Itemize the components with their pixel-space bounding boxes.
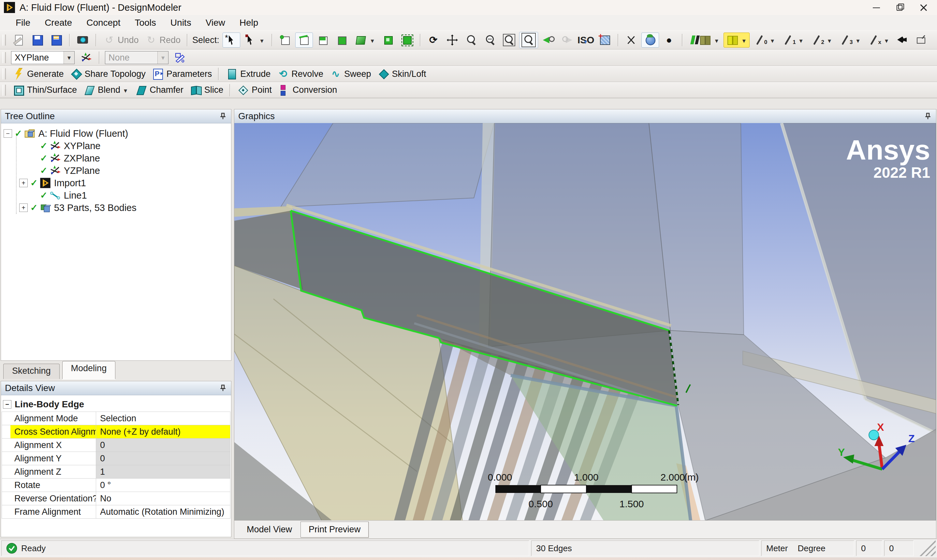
plane-axis-button[interactable] [77,50,95,65]
zoom-view-button[interactable] [463,32,480,48]
conversion-button[interactable]: Conversion [275,83,340,98]
menu-tools[interactable]: Tools [127,16,163,29]
details-row-label: Reverse Orientation? [11,492,96,505]
details-row-value[interactable]: 1 [96,465,230,478]
section-planes-button[interactable] [724,32,750,48]
3d-scene[interactable]: Ansys 2022 R1 0.000 1.000 2.000 (m) 0.50… [234,123,936,521]
parameters-button[interactable]: Parameters [149,66,215,82]
image-capture-button[interactable] [74,32,91,48]
details-row-value[interactable]: Automatic (Rotation Minimizing) [96,505,230,518]
pin-icon[interactable] [924,112,932,120]
filter-bodies-button[interactable] [333,32,351,48]
select-mode-button[interactable] [241,32,267,48]
expand-icon[interactable]: + [19,203,28,212]
expand-icon[interactable]: + [19,179,28,187]
minimize-button[interactable] [864,0,888,15]
chevron-down-icon [855,35,861,45]
details-row-value[interactable]: No [96,492,230,505]
new-document-button[interactable] [10,32,27,48]
redo-button[interactable]: Redo [142,32,183,48]
tree-item-53-parts-53-bodies[interactable]: +✓53 Parts, 53 Bodies [19,202,137,214]
tree-item-import1[interactable]: +✓Import1 [19,177,86,189]
share-topology-button[interactable]: Share Topology [68,66,148,82]
collapse-icon[interactable]: − [3,400,11,409]
pin-icon[interactable] [219,112,227,120]
zoom-in-button[interactable] [482,32,499,48]
menu-concept[interactable]: Concept [79,16,127,29]
tab-print-preview[interactable]: Print Preview [301,522,369,537]
collapse-icon[interactable]: − [3,129,12,138]
edge-joints-2-button[interactable]: 2 [808,32,835,48]
active-plane-combobox[interactable]: XYPlane [11,51,75,64]
tree-item-yzplane[interactable]: ✓YZPlane [30,165,100,177]
rotate-view-button[interactable] [425,32,442,48]
previous-view-button[interactable] [539,32,557,48]
filter-edges-button[interactable] [295,32,313,48]
display-model-button[interactable] [641,32,659,48]
export-button[interactable] [48,32,65,48]
revolve-button[interactable]: Revolve [274,66,326,82]
menu-file[interactable]: File [8,16,37,29]
chamfer-button[interactable]: Chamfer [132,83,186,98]
zoom-to-fit-button[interactable] [519,32,538,48]
extend-to-adjacent-button[interactable] [398,32,416,48]
details-row-value[interactable]: 0 [96,438,230,452]
pin-icon[interactable] [219,384,227,392]
chevron-down-icon[interactable] [63,51,74,64]
toolbar-modify: Thin/SurfaceBlendChamferSlicePointConver… [0,82,937,98]
point-button[interactable]: Point [234,83,274,98]
new-sketch-button[interactable] [171,50,189,65]
thin-surface-button[interactable]: Thin/Surface [10,83,79,98]
menu-help[interactable]: Help [232,16,266,29]
edge-joints-1-button[interactable]: 1 [779,32,806,48]
chevron-down-icon [157,51,168,64]
tree-item-xyplane[interactable]: ✓XYPlane [30,140,100,152]
tab-modeling[interactable]: Modeling [62,361,116,379]
toolbar-separator [682,34,683,46]
extrude-button[interactable]: Extrude [223,66,273,82]
details-row-value[interactable]: 0 ° [96,478,230,492]
undo-button[interactable]: Undo [100,32,141,48]
tab-sketching[interactable]: Sketching [3,364,60,379]
isometric-view-button[interactable] [577,32,595,48]
skin-loft-button[interactable]: Skin/Loft [375,66,428,82]
generate-button[interactable]: Generate [10,66,66,82]
adjacent-selection-button[interactable] [352,32,378,48]
look-at-plane-button[interactable] [622,32,640,48]
vertex-pin-button[interactable] [893,32,911,48]
tree-item-a-fluid-flow-fluent[interactable]: −✓A: Fluid Flow (Fluent) [3,127,128,140]
filter-faces-button[interactable] [314,32,332,48]
active-sketch-combobox[interactable]: None [105,51,168,64]
close-button[interactable] [912,0,935,15]
tree-item-zxplane[interactable]: ✓ZXPlane [30,152,100,165]
filter-points-button[interactable] [276,32,294,48]
details-row-value[interactable]: 0 [96,452,230,465]
box-zoom-button[interactable] [500,32,518,48]
menu-create[interactable]: Create [37,16,79,29]
select-single-button[interactable] [222,32,240,48]
pan-view-button[interactable] [443,32,461,48]
tree-item-line1[interactable]: ✓Line1 [30,189,87,202]
edge-joints-0-button[interactable]: 0 [751,32,778,48]
tab-model-view[interactable]: Model View [239,522,300,537]
slice-button[interactable]: Slice [187,83,226,98]
extend-to-limits-button[interactable] [379,32,397,48]
blend-button[interactable]: Blend [80,83,131,98]
menu-units[interactable]: Units [163,16,199,29]
zoom-in-icon [484,34,497,46]
edge-direction-button[interactable] [912,32,930,48]
save-project-button[interactable] [29,32,46,48]
resize-grip[interactable] [915,540,936,556]
edge-joints-multiple-button[interactable]: x [865,32,892,48]
details-row-value[interactable]: Selection [96,412,230,425]
next-view-button[interactable] [558,32,576,48]
graphics-viewport[interactable]: Ansys 2022 R1 0.000 1.000 2.000 (m) 0.50… [234,123,936,521]
details-row-value[interactable]: None (+Z by default) [96,425,230,438]
edge-joints-3-button[interactable]: 3 [836,32,863,48]
restore-button[interactable] [888,0,912,15]
split-viewports-button[interactable] [596,32,614,48]
display-points-button[interactable] [660,32,678,48]
menu-view[interactable]: View [199,16,232,29]
display-style-button[interactable] [696,32,722,48]
sweep-button[interactable]: Sweep [327,66,374,82]
